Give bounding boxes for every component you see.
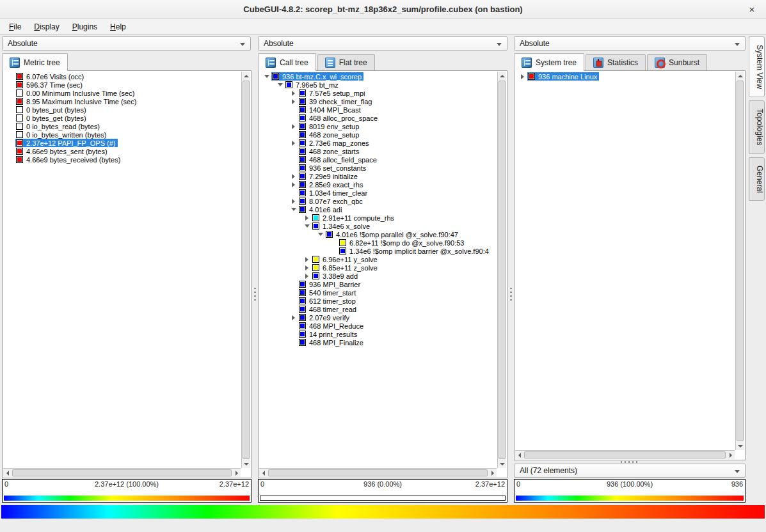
- tree-row[interactable]: 468 zone_starts: [259, 147, 497, 155]
- side-tab-system-view[interactable]: System View: [749, 36, 765, 97]
- tree-node[interactable]: 468 MPI_Reduce: [298, 322, 365, 330]
- tree-row[interactable]: 8.07e7 exch_qbc: [259, 197, 497, 205]
- scroll-left-icon[interactable]: [3, 469, 12, 477]
- scrollbar-thumb[interactable]: [499, 81, 506, 459]
- menu-item-file[interactable]: File: [3, 20, 28, 33]
- tree-row[interactable]: 2.91e+11 compute_rhs: [259, 214, 497, 222]
- tree-node[interactable]: 7.29e9 initialize: [298, 172, 360, 180]
- tree-row[interactable]: 4.01e6 adi: [259, 205, 497, 214]
- expand-arrow-icon[interactable]: [289, 172, 298, 180]
- tree-row[interactable]: 7.57e5 setup_mpi: [259, 89, 497, 97]
- tree-node[interactable]: 14 print_results: [298, 330, 359, 338]
- tree-node[interactable]: 936 bt-mz.C.x_wi_scorep: [271, 72, 363, 81]
- tree-node[interactable]: 1.03e4 timer_clear: [298, 189, 369, 197]
- tree-node[interactable]: 2.85e9 exact_rhs: [298, 180, 365, 189]
- expand-arrow-icon[interactable]: [289, 197, 298, 205]
- tree-row[interactable]: 0 bytes_get (bytes): [3, 114, 241, 122]
- tree-node[interactable]: 596.37 Time (sec): [15, 81, 84, 89]
- tree-row[interactable]: 540 timer_start: [259, 288, 497, 297]
- call-value-mode-dropdown[interactable]: Absolute: [258, 36, 507, 51]
- tree-node[interactable]: 8019 env_setup: [298, 122, 361, 130]
- side-tab-topologies[interactable]: Topologies: [749, 100, 765, 153]
- metric-tree[interactable]: 6.07e6 Visits (occ)596.37 Time (sec)0.00…: [2, 70, 251, 478]
- tree-node[interactable]: 2.73e6 map_zones: [298, 139, 371, 147]
- tree-row[interactable]: 936 bt-mz.C.x_wi_scorep: [259, 72, 497, 81]
- tree-node[interactable]: 1404 MPI_Bcast: [298, 106, 363, 114]
- expand-arrow-icon[interactable]: [289, 89, 298, 97]
- expand-arrow-icon[interactable]: [289, 97, 298, 106]
- tree-node[interactable]: 468 timer_read: [298, 305, 358, 313]
- tree-row[interactable]: 3.38e9 add: [259, 272, 497, 280]
- tree-node[interactable]: 6.85e+11 z_solve: [312, 263, 379, 272]
- tree-node[interactable]: 0 io_bytes_written (bytes): [15, 130, 108, 139]
- scroll-right-icon[interactable]: [488, 469, 497, 477]
- splitter-handle[interactable]: [254, 288, 256, 303]
- expand-arrow-icon[interactable]: [518, 72, 527, 81]
- tree-node[interactable]: 468 MPI_Finalize: [298, 338, 365, 347]
- tree-row[interactable]: 8019 env_setup: [259, 122, 497, 130]
- tree-node[interactable]: 8.95 Maximum Inclusive Time (sec): [15, 97, 138, 106]
- tree-node[interactable]: 4.66e9 bytes_sent (bytes): [15, 147, 109, 155]
- tree-node[interactable]: 2.07e9 verify: [298, 313, 351, 322]
- scrollbar-thumb[interactable]: [737, 81, 744, 441]
- tree-row[interactable]: 468 MPI_Reduce: [259, 322, 497, 330]
- expand-arrow-icon[interactable]: [302, 272, 312, 280]
- tree-row[interactable]: 468 alloc_field_space: [259, 155, 497, 164]
- tab-flat-tree[interactable]: Flat tree: [317, 54, 375, 70]
- expand-arrow-icon[interactable]: [289, 313, 298, 322]
- tree-row[interactable]: 4.66e9 bytes_sent (bytes): [3, 147, 241, 155]
- tree-row[interactable]: 1.03e4 timer_clear: [259, 189, 497, 197]
- tree-row[interactable]: 468 MPI_Finalize: [259, 338, 497, 347]
- tree-node[interactable]: 3.38e9 add: [312, 272, 360, 280]
- tree-row[interactable]: 6.82e+11 !$omp do @x_solve.f90:53: [259, 239, 497, 247]
- tree-node[interactable]: 4.01e6 adi: [298, 205, 344, 214]
- tree-node[interactable]: 540 timer_start: [298, 288, 358, 297]
- tree-row[interactable]: 7.29e9 initialize: [259, 172, 497, 180]
- expand-arrow-icon[interactable]: [302, 263, 312, 272]
- tree-node[interactable]: 4.66e9 bytes_received (bytes): [15, 155, 122, 164]
- call-tree[interactable]: 936 bt-mz.C.x_wi_scorep7.96e5 bt_mz7.57e…: [258, 70, 507, 478]
- tree-row[interactable]: 468 timer_read: [259, 305, 497, 313]
- tree-node[interactable]: 8.07e7 exch_qbc: [298, 197, 365, 205]
- tree-node[interactable]: 7.96e5 bt_mz: [285, 81, 340, 89]
- tree-row[interactable]: 8.95 Maximum Inclusive Time (sec): [3, 97, 241, 106]
- tree-node[interactable]: 39 check_timer_flag: [298, 97, 374, 106]
- tab-system-tree[interactable]: System tree: [514, 53, 584, 71]
- collapse-arrow-icon[interactable]: [315, 230, 325, 239]
- tree-row[interactable]: 7.96e5 bt_mz: [259, 81, 497, 89]
- tree-row[interactable]: 612 timer_stop: [259, 297, 497, 305]
- tree-row[interactable]: 0 io_bytes_written (bytes): [3, 130, 241, 139]
- tab-statistics[interactable]: Statistics: [586, 54, 646, 70]
- tree-row[interactable]: 6.07e6 Visits (occ): [3, 72, 241, 81]
- tab-call-tree[interactable]: Call tree: [258, 53, 316, 71]
- tree-node[interactable]: 0 io_bytes_read (bytes): [15, 122, 102, 130]
- tree-node[interactable]: 612 timer_stop: [298, 297, 358, 305]
- tree-row[interactable]: 2.73e6 map_zones: [259, 139, 497, 147]
- tree-row[interactable]: 4.66e9 bytes_received (bytes): [3, 155, 241, 164]
- scrollbar-thumb[interactable]: [268, 469, 488, 476]
- side-tab-general[interactable]: General: [749, 157, 765, 201]
- vertical-scrollbar[interactable]: [241, 72, 250, 468]
- scrollbar-thumb[interactable]: [12, 469, 232, 476]
- expand-arrow-icon[interactable]: [289, 122, 298, 130]
- scroll-right-icon[interactable]: [232, 469, 241, 477]
- horizontal-scrollbar[interactable]: [3, 468, 241, 477]
- tree-row[interactable]: 1.34e6 !$omp implicit barrier @x_solve.f…: [259, 247, 497, 255]
- tree-node[interactable]: 0 bytes_put (bytes): [15, 106, 88, 114]
- tree-row[interactable]: 2.37e+12 PAPI_FP_OPS (#): [3, 139, 241, 147]
- expand-arrow-icon[interactable]: [289, 180, 298, 189]
- tree-node[interactable]: 2.37e+12 PAPI_FP_OPS (#): [15, 139, 118, 147]
- tree-row[interactable]: 6.85e+11 z_solve: [259, 263, 497, 272]
- tree-node[interactable]: 6.82e+11 !$omp do @x_solve.f90:53: [339, 239, 466, 247]
- tab-sunburst[interactable]: Sunburst: [647, 54, 707, 70]
- tree-row[interactable]: 4.01e6 !$omp parallel @x_solve.f90:47: [259, 230, 497, 239]
- tree-node[interactable]: 1.34e6 !$omp implicit barrier @x_solve.f…: [339, 247, 491, 255]
- tree-node[interactable]: 468 alloc_field_space: [298, 155, 379, 164]
- collapse-arrow-icon[interactable]: [262, 72, 271, 81]
- expand-arrow-icon[interactable]: [302, 255, 312, 263]
- tree-node[interactable]: 1.34e6 x_solve: [312, 222, 372, 230]
- tree-node[interactable]: 936 MPI_Barrier: [298, 280, 362, 288]
- tree-row[interactable]: 936 set_constants: [259, 164, 497, 172]
- tree-node[interactable]: 468 zone_setup: [298, 130, 361, 139]
- scroll-left-icon[interactable]: [259, 469, 267, 477]
